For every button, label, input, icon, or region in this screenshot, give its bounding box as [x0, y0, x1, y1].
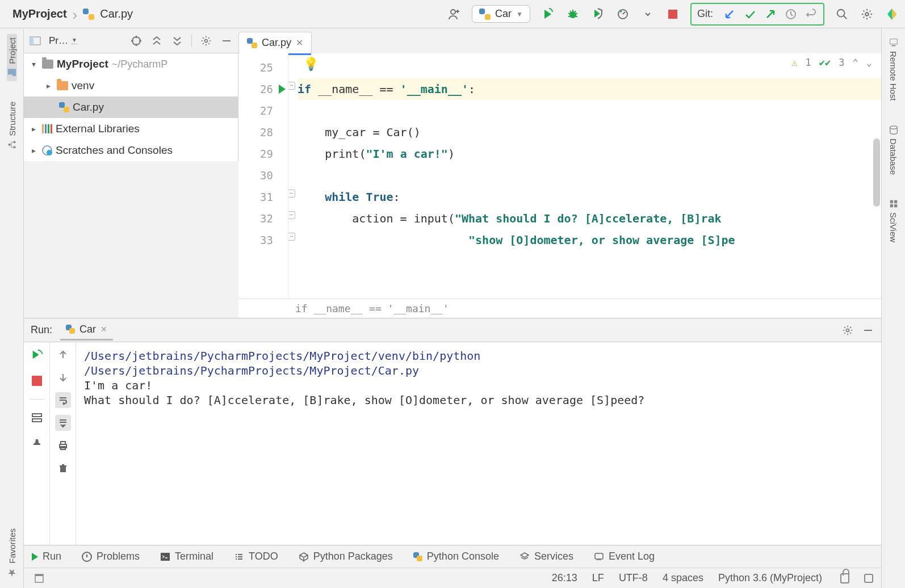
rail-project[interactable]: Project: [7, 34, 17, 81]
toolwindows-icon[interactable]: [34, 573, 44, 583]
project-view-selector[interactable]: Pr…▼: [49, 35, 77, 47]
bottom-packages[interactable]: Python Packages: [299, 551, 393, 562]
pycharm-logo-icon[interactable]: [885, 7, 899, 22]
git-update-icon[interactable]: [723, 8, 736, 20]
fold-icon[interactable]: −: [288, 190, 295, 198]
status-position[interactable]: 26:13: [552, 572, 577, 584]
profile-button[interactable]: [615, 7, 630, 22]
ok-count: 3: [839, 57, 844, 68]
prev-highlight-icon[interactable]: ⌃: [853, 57, 858, 68]
editor-body[interactable]: 25 26 27 28 29 30 31 32 33 💡 − −: [238, 53, 881, 299]
tree-file-label: Car.py: [73, 101, 104, 114]
svg-rect-31: [890, 200, 893, 203]
more-run-icon[interactable]: [640, 7, 655, 22]
navigation-bar: MyProject › Car.py Car ▼ Git:: [0, 0, 905, 28]
layout-icon[interactable]: [29, 410, 45, 426]
bottom-problems-label: Problems: [97, 551, 140, 562]
tool-settings-gear-icon[interactable]: [200, 35, 212, 47]
run-button[interactable]: [541, 7, 555, 22]
status-interpreter[interactable]: Python 3.6 (MyProject): [718, 572, 822, 584]
bottom-todo[interactable]: TODO: [234, 551, 278, 562]
console-path-line: /Users/jetbrains/PycharmProjects/MyProje…: [84, 364, 873, 377]
search-icon[interactable]: [835, 7, 849, 22]
run-configuration-selector[interactable]: Car ▼: [472, 5, 530, 23]
warning-icon[interactable]: ⚠: [791, 57, 797, 68]
editor-scrollbar[interactable]: [873, 138, 880, 207]
editor-tab-label: Car.py: [262, 37, 291, 49]
tree-file-car[interactable]: Car.py: [24, 96, 238, 118]
status-indent[interactable]: 4 spaces: [663, 572, 703, 584]
stop-run-button[interactable]: [29, 373, 45, 389]
run-settings-gear-icon[interactable]: [841, 324, 854, 337]
scroll-to-end-icon[interactable]: [55, 415, 71, 431]
settings-gear-icon[interactable]: [860, 7, 874, 22]
rail-database[interactable]: Database: [889, 121, 899, 178]
rail-sciview[interactable]: SciView: [889, 195, 899, 246]
rail-remote-host[interactable]: Remote Host: [889, 34, 899, 104]
code-area[interactable]: 💡 − − − − ⚠1 ✔✔3 ⌃ ⌄ if __nam: [288, 53, 881, 299]
clear-icon[interactable]: [55, 460, 71, 476]
bottom-packages-label: Python Packages: [313, 551, 393, 562]
tree-external-libraries[interactable]: ▸ External Libraries: [24, 118, 238, 140]
close-tab-icon[interactable]: ✕: [296, 37, 303, 48]
run-tab-car[interactable]: Car ✕: [60, 320, 113, 341]
git-push-icon[interactable]: [764, 8, 777, 20]
bottom-problems[interactable]: Problems: [82, 551, 140, 562]
stop-button[interactable]: [665, 7, 680, 22]
status-linesep[interactable]: LF: [592, 572, 604, 584]
editor-tab-car[interactable]: Car.py ✕: [238, 32, 312, 53]
fold-icon[interactable]: −: [288, 233, 295, 241]
editor-breadcrumb[interactable]: if __name__ == '__main__': [238, 299, 881, 318]
code-text: __name__: [318, 82, 372, 96]
git-commit-icon[interactable]: [744, 8, 756, 20]
run-with-coverage-button[interactable]: [590, 7, 605, 22]
bottom-terminal[interactable]: Terminal: [160, 551, 213, 562]
bottom-services[interactable]: Services: [519, 551, 573, 562]
debug-button[interactable]: [565, 7, 580, 22]
code-text: action = input(: [352, 212, 455, 225]
bottom-eventlog[interactable]: Event Log: [594, 551, 655, 562]
close-run-tab-icon[interactable]: ✕: [100, 325, 107, 334]
add-user-icon[interactable]: [447, 7, 462, 22]
git-rollback-icon[interactable]: [805, 8, 818, 20]
python-file-icon: [83, 9, 94, 20]
svg-rect-24: [161, 553, 170, 561]
scroll-down-icon[interactable]: [55, 369, 71, 385]
pin-icon[interactable]: [29, 436, 45, 452]
tree-scratches[interactable]: ▸ Scratches and Consoles: [24, 140, 238, 161]
git-history-icon[interactable]: [785, 8, 797, 20]
breadcrumb-file[interactable]: Car.py: [100, 7, 133, 20]
rail-structure[interactable]: Structure: [7, 98, 17, 153]
ok-check-icon[interactable]: ✔✔: [819, 57, 831, 68]
print-icon[interactable]: [55, 438, 71, 453]
svg-rect-28: [890, 39, 897, 44]
next-highlight-icon[interactable]: ⌄: [866, 57, 872, 68]
lock-icon[interactable]: [840, 573, 849, 583]
console-line: I'm a car!: [84, 379, 873, 392]
bottom-run[interactable]: Run: [32, 551, 61, 562]
git-label: Git:: [697, 8, 713, 20]
hide-run-icon[interactable]: [862, 324, 874, 337]
tree-root[interactable]: ▾ MyProject ~/PycharmP: [24, 53, 238, 75]
rerun-button[interactable]: [29, 347, 45, 363]
hide-tool-icon[interactable]: [220, 35, 233, 47]
fold-icon[interactable]: −: [288, 82, 295, 90]
gutter-run-icon[interactable]: [279, 85, 286, 94]
status-encoding[interactable]: UTF-8: [619, 572, 648, 584]
breadcrumb-project[interactable]: MyProject: [12, 7, 67, 20]
locate-icon[interactable]: [130, 35, 143, 47]
bottom-console[interactable]: Python Console: [413, 551, 499, 562]
tree-venv[interactable]: ▸ venv: [24, 75, 238, 96]
console-output[interactable]: /Users/jetbrains/PycharmProjects/MyProje…: [76, 342, 881, 545]
chevron-right-icon: ▸: [28, 124, 39, 133]
rail-favorites[interactable]: ★ Favorites: [6, 525, 18, 582]
expand-all-icon[interactable]: [150, 35, 163, 47]
scroll-up-icon[interactable]: [55, 347, 71, 363]
soft-wrap-icon[interactable]: [55, 392, 71, 408]
git-toolbar: Git:: [690, 3, 824, 26]
svg-rect-21: [61, 442, 65, 444]
intention-bulb-icon[interactable]: 💡: [303, 57, 319, 71]
fold-icon[interactable]: −: [288, 211, 295, 219]
power-save-icon[interactable]: [864, 574, 873, 583]
collapse-all-icon[interactable]: [171, 35, 183, 47]
